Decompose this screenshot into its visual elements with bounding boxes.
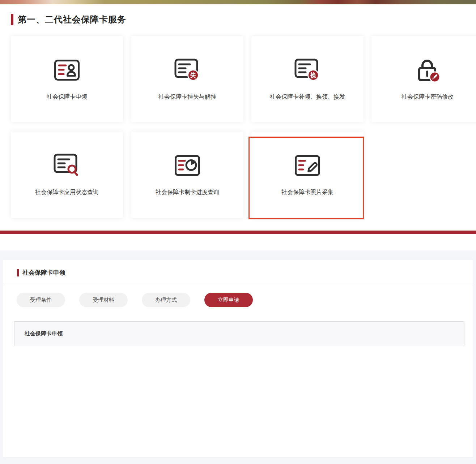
service-card-label: 社会保障卡密码修改 xyxy=(401,93,454,101)
section1-title: 第一、二代社会保障卡服务 xyxy=(18,14,126,25)
service-card-replace[interactable]: 换 社会保障卡补领、换领、换发 xyxy=(251,36,364,122)
content-box: 社会保障卡申领 xyxy=(14,321,464,346)
service-card-progress-query[interactable]: 社会保障卡制卡进度查询 xyxy=(131,132,243,218)
tab-handling-method[interactable]: 办理方式 xyxy=(142,293,190,307)
service-card-label: 社会保障卡补领、换领、换发 xyxy=(270,93,345,101)
service-card-label: 社会保障卡应用状态查询 xyxy=(35,189,99,196)
detail-section-background: 社会保障卡申领 受理条件 受理材料 办理方式 立即申请 社会保障卡申领 xyxy=(0,250,476,464)
replace-badge-text: 换 xyxy=(310,72,316,79)
loss-badge-text: 失 xyxy=(190,72,196,79)
service-card-card-apply[interactable]: 社会保障卡申领 xyxy=(11,36,123,122)
id-card-person-icon xyxy=(54,57,80,83)
card-progress-clock-icon xyxy=(174,152,200,179)
detail-panel-header: 社会保障卡申领 xyxy=(17,268,65,277)
tab-apply-now[interactable]: 立即申请 xyxy=(204,293,253,307)
service-card-label: 社会保障卡挂失与解挂 xyxy=(158,93,216,101)
service-card-loss-report[interactable]: 失 社会保障卡挂失与解挂 xyxy=(131,36,243,122)
content-heading: 社会保障卡申领 xyxy=(25,330,63,337)
title-accent-bar xyxy=(11,14,13,25)
detail-tabs: 受理条件 受理材料 办理方式 立即申请 xyxy=(17,293,253,307)
card-search-icon xyxy=(53,152,81,179)
service-card-photo-collection[interactable]: 社会保障卡照片采集 xyxy=(251,132,364,218)
service-card-label: 社会保障卡照片采集 xyxy=(281,189,333,196)
service-card-password-change[interactable]: 社会保障卡密码修改 xyxy=(371,36,476,122)
title-accent-bar xyxy=(17,269,19,276)
service-card-label: 社会保障卡制卡进度查询 xyxy=(156,189,219,196)
card-replace-badge-icon: 换 xyxy=(294,57,321,83)
tab-acceptance-conditions[interactable]: 受理条件 xyxy=(17,293,65,307)
service-card-label: 社会保障卡申领 xyxy=(47,93,87,101)
panel-divider xyxy=(3,285,473,285)
detail-panel: 社会保障卡申领 受理条件 受理材料 办理方式 立即申请 社会保障卡申领 xyxy=(3,260,473,457)
header-banner-image xyxy=(0,0,476,4)
tab-acceptance-materials[interactable]: 受理材料 xyxy=(79,293,128,307)
section1-header: 第一、二代社会保障卡服务 xyxy=(11,14,126,25)
service-card-status-query[interactable]: 社会保障卡应用状态查询 xyxy=(11,132,123,218)
card-loss-badge-icon: 失 xyxy=(174,57,201,83)
card-edit-pencil-icon xyxy=(294,152,320,179)
red-section-divider xyxy=(0,231,476,234)
lock-edit-icon xyxy=(414,57,441,83)
detail-panel-title: 社会保障卡申领 xyxy=(22,268,65,277)
